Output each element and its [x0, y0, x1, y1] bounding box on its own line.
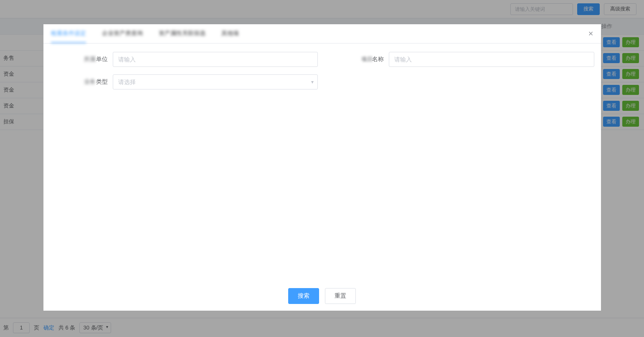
modal-tabs: 检索条件设定 企业资产类查询 资产属性关联筛选 其他项: [43, 24, 601, 43]
unit-input[interactable]: [113, 52, 318, 67]
form-item-name: 项目名称: [326, 52, 594, 67]
modal-search-button[interactable]: 搜索: [288, 288, 319, 304]
advanced-search-modal: × 检索条件设定 企业资产类查询 资产属性关联筛选 其他项 所属单位: [43, 24, 601, 311]
type-label: 业务类型: [50, 78, 113, 86]
form-item-type: 业务类型 ▾: [50, 74, 318, 89]
search-form: 所属单位 项目名称 业务类型: [50, 52, 594, 89]
type-select[interactable]: [113, 74, 318, 89]
tab-1[interactable]: 企业资产类查询: [102, 24, 143, 43]
modal-footer: 搜索 重置: [43, 281, 601, 311]
close-icon[interactable]: ×: [588, 29, 593, 38]
unit-label: 所属单位: [50, 56, 113, 63]
tab-2[interactable]: 资产属性关联筛选: [159, 24, 205, 43]
tab-0[interactable]: 检索条件设定: [51, 24, 86, 43]
tab-3[interactable]: 其他项: [221, 24, 239, 43]
name-label: 项目名称: [326, 56, 389, 63]
modal-reset-button[interactable]: 重置: [325, 288, 356, 304]
name-input[interactable]: [389, 52, 594, 67]
page: 搜索 高级搜索 操作 查看 办理 务售: [0, 0, 644, 337]
modal-body: 所属单位 项目名称 业务类型: [43, 43, 601, 281]
form-item-unit: 所属单位: [50, 52, 318, 67]
modal-overlay: × 检索条件设定 企业资产类查询 资产属性关联筛选 其他项 所属单位: [0, 0, 644, 337]
